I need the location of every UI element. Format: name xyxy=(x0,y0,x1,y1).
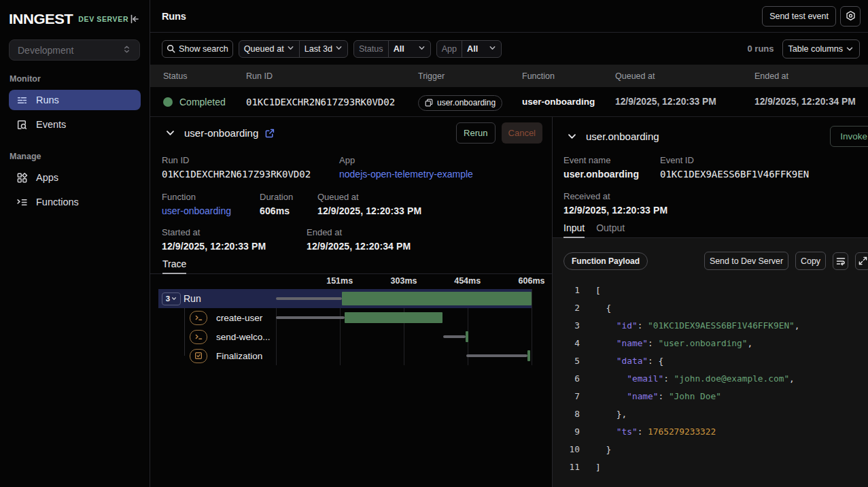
event-name-label: Event name xyxy=(563,155,660,165)
word-wrap-button[interactable] xyxy=(833,252,848,270)
sidebar-nav: MonitorRunsEventsManageAppsFunctions xyxy=(0,61,150,216)
sidebar-collapse-icon[interactable] xyxy=(128,12,140,26)
received-at-value: 12/9/2025, 12:20:33 PM xyxy=(563,205,868,216)
code-line: 3 "id": "01KC1DEX9AESS6BF1V46FFK9EN", xyxy=(553,317,868,335)
copy-button[interactable]: Copy xyxy=(795,252,826,270)
function-payload-pill: Function Payload xyxy=(563,252,648,270)
started-at-value: 12/9/2025, 12:20:33 PM xyxy=(162,241,307,252)
app-filter-dropdown[interactable]: All xyxy=(462,41,501,57)
filter-bar: Show search Queued at Last 3d xyxy=(150,33,868,65)
cancel-button[interactable]: Cancel xyxy=(502,122,542,144)
line-number: 9 xyxy=(553,423,580,441)
sidebar-item-label: Functions xyxy=(36,197,79,207)
function-link[interactable]: user-onboarding xyxy=(162,205,260,216)
trace-row-send-welco-[interactable]: send-welco... xyxy=(150,327,552,346)
status-filter-group: Status All xyxy=(353,40,431,58)
function-cell: user-onboarding xyxy=(522,97,615,107)
external-link-icon[interactable] xyxy=(265,129,275,138)
table-columns-button[interactable]: Table columns xyxy=(782,39,861,58)
chevron-down-icon xyxy=(418,44,426,54)
chevron-down-icon xyxy=(489,44,496,54)
queued-at-cell: 12/9/2025, 12:20:33 PM xyxy=(615,97,754,107)
trace-row-create-user[interactable]: create-user xyxy=(150,308,552,327)
trace-row-label: create-user xyxy=(216,313,262,323)
event-id-value: 01KC1DEX9AESS6BF1V46FFK9EN xyxy=(660,169,868,180)
queued-at-dropdown[interactable]: Queued at xyxy=(239,41,299,57)
sidebar-item-apps[interactable]: Apps xyxy=(9,167,141,188)
app-filter-group: App All xyxy=(436,40,502,58)
sidebar-item-functions[interactable]: Functions xyxy=(9,192,141,212)
column-header-ended-at: Ended at xyxy=(754,71,868,81)
run-actions: Rerun Cancel xyxy=(456,122,542,144)
run-pane-header: user-onboarding Rerun Cancel xyxy=(162,122,542,144)
collapse-run-chevron-icon[interactable] xyxy=(162,125,178,141)
line-content: "name": "John Doe" xyxy=(580,388,721,405)
send-test-event-button[interactable]: Send test event xyxy=(762,6,836,27)
show-search-label: Show search xyxy=(179,44,228,54)
inngest-logo: INNGEST xyxy=(9,11,73,28)
line-content: "data": { xyxy=(580,352,663,370)
rerun-button[interactable]: Rerun xyxy=(456,122,495,144)
inngest-dev-server-app: INNGEST DEV SERVER Development MonitorRu… xyxy=(0,0,868,487)
run-details-pane: user-onboarding Rerun Cancel Run I xyxy=(150,117,553,487)
event-pane-header: user.onboarding Invoke xyxy=(563,126,868,147)
app-link[interactable]: nodejs-open-telemetry-example xyxy=(339,169,540,180)
event-trigger-icon xyxy=(425,99,433,107)
sidebar-item-events[interactable]: Events xyxy=(9,114,141,135)
trace-collapse-count[interactable]: 3 xyxy=(162,292,181,305)
tab-output[interactable]: Output xyxy=(596,223,625,237)
table-header: StatusRun IDTriggerFunctionQueued atEnde… xyxy=(150,65,868,87)
app-label: App xyxy=(339,155,540,165)
apps-icon xyxy=(16,171,28,184)
time-filter-group: Queued at Last 3d xyxy=(239,40,348,58)
column-header-function: Function xyxy=(522,71,615,81)
nav-section-label-monitor: Monitor xyxy=(10,74,141,84)
settings-button[interactable] xyxy=(840,6,861,27)
tab-input[interactable]: Input xyxy=(563,223,585,237)
code-line: 6 "email": "john.doe@example.com", xyxy=(553,370,868,388)
code-line: 9 "ts": 1765279233322 xyxy=(553,423,868,441)
sidebar-item-runs[interactable]: Runs xyxy=(9,90,141,110)
invoke-button[interactable]: Invoke xyxy=(830,126,868,147)
trace-row-run[interactable]: 3Run xyxy=(150,289,552,308)
queued-at-label: Queued at xyxy=(244,44,284,54)
sidebar: INNGEST DEV SERVER Development MonitorRu… xyxy=(0,0,150,487)
chevron-down-icon xyxy=(287,44,294,54)
time-range-dropdown[interactable]: Last 3d xyxy=(299,41,347,57)
trace-span-bar xyxy=(342,292,532,305)
line-number: 1 xyxy=(553,282,580,299)
event-title: user.onboarding xyxy=(586,131,659,142)
line-number: 11 xyxy=(553,458,580,476)
expand-button[interactable] xyxy=(855,252,868,270)
environment-select[interactable]: Development xyxy=(9,39,140,61)
trigger-name: user.onboarding xyxy=(437,98,496,107)
line-number: 3 xyxy=(553,317,580,335)
time-range-label: Last 3d xyxy=(305,44,332,54)
run-info-row-1: Run ID 01KC1DEXCHR2N617Z93RK0VD02 App no… xyxy=(162,155,540,180)
payload-code[interactable]: 1[2 {3 "id": "01KC1DEX9AESS6BF1V46FFK9EN… xyxy=(553,282,868,476)
trace-delay-line xyxy=(276,297,342,300)
show-search-button[interactable]: Show search xyxy=(162,40,233,58)
column-header-queued-at: Queued at xyxy=(615,71,754,81)
event-name-value: user.onboarding xyxy=(563,169,660,180)
details-split: user-onboarding Rerun Cancel Run I xyxy=(150,117,868,487)
line-number: 7 xyxy=(553,388,580,405)
run-id-cell: 01KC1DEXCHR2N617Z93RK0VD02 xyxy=(246,97,418,107)
collapse-event-chevron-icon[interactable] xyxy=(563,129,580,145)
dev-server-badge: DEV SERVER xyxy=(78,15,128,23)
tab-trace[interactable]: Trace xyxy=(162,259,186,273)
sidebar-item-label: Runs xyxy=(36,95,59,105)
line-number: 10 xyxy=(553,441,580,458)
runs-count: 0 runs xyxy=(747,44,774,54)
topbar: Runs Send test event xyxy=(150,0,868,33)
status-filter-dropdown[interactable]: All xyxy=(388,41,430,57)
column-header-status: Status xyxy=(163,71,246,81)
trace-row-finalization[interactable]: Finalization xyxy=(150,346,552,365)
filter-right: 0 runs Table columns xyxy=(747,39,860,58)
trace-axis-label: 454ms xyxy=(454,276,481,286)
trace-waterfall: 151ms303ms454ms606ms3Runcreate-usersend-… xyxy=(150,273,552,369)
expand-icon xyxy=(858,256,867,265)
send-to-dev-server-button[interactable]: Send to Dev Server xyxy=(704,252,788,270)
trigger-badge[interactable]: user.onboarding xyxy=(418,95,502,111)
table-row[interactable]: Completed01KC1DEXCHR2N617Z93RK0VD02user.… xyxy=(150,87,868,117)
